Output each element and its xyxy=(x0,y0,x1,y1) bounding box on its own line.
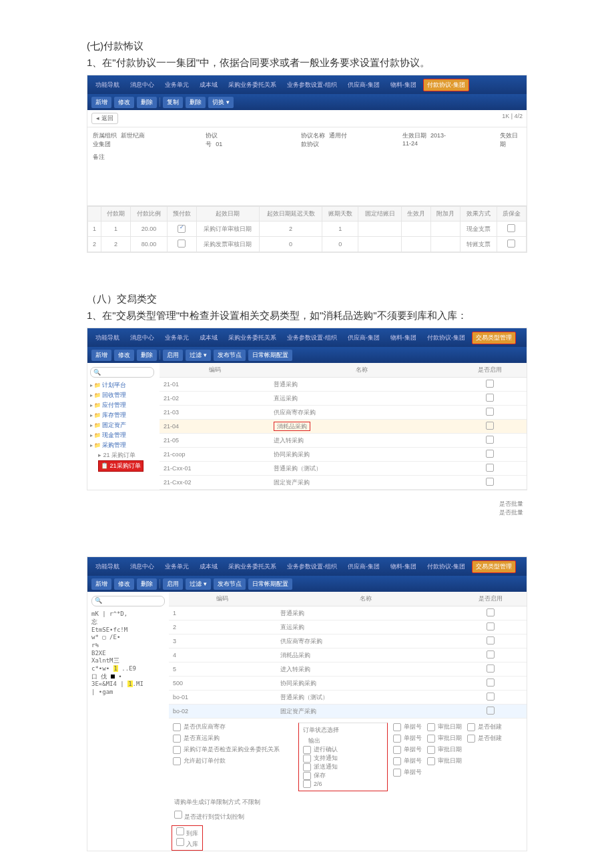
checkbox[interactable] xyxy=(303,746,311,754)
btn[interactable]: 启用 xyxy=(163,578,183,590)
menu-item-active[interactable]: 付款协议-集团 xyxy=(423,79,469,91)
tree-node[interactable]: 固定资产 xyxy=(90,420,157,430)
menu-item[interactable]: 消息中心 xyxy=(126,79,158,91)
checkbox-icon[interactable] xyxy=(486,478,494,486)
menu-item[interactable]: 采购业务委托关系 xyxy=(224,332,280,344)
menu-item-active[interactable]: 交易类型管理 xyxy=(472,560,516,573)
checkbox[interactable] xyxy=(393,735,401,743)
tree-node[interactable]: 计划平台 xyxy=(90,380,157,390)
checkbox-icon[interactable] xyxy=(486,450,494,458)
menu-item[interactable]: 成本域 xyxy=(196,332,222,344)
menu-item[interactable]: 物料-集团 xyxy=(386,79,420,91)
checkbox[interactable] xyxy=(467,735,475,743)
checkbox[interactable] xyxy=(303,780,311,788)
checkbox[interactable] xyxy=(173,746,181,754)
menu-item[interactable]: 物料-集团 xyxy=(386,560,420,573)
btn[interactable]: 修改 xyxy=(114,578,134,590)
tree-node[interactable]: 应付管理 xyxy=(90,400,157,410)
checkbox[interactable] xyxy=(303,772,311,780)
menu-item[interactable]: 业务单元 xyxy=(161,79,193,91)
menu-item[interactable]: 业务参数设置-组织 xyxy=(283,79,341,91)
menu-item[interactable]: 供应商-集团 xyxy=(344,79,384,91)
btn[interactable]: 删除 xyxy=(137,350,157,361)
checkbox[interactable] xyxy=(427,723,435,731)
checkbox[interactable] xyxy=(427,757,435,765)
tree-selected[interactable]: 📋 21采购订单 xyxy=(98,460,143,472)
btn[interactable]: 日常帐期配置 xyxy=(248,578,292,590)
menu-item[interactable]: 采购业务委托关系 xyxy=(224,79,280,91)
checkbox[interactable] xyxy=(393,757,401,765)
checkbox-icon[interactable] xyxy=(486,422,494,430)
btn[interactable]: 删除 xyxy=(137,578,157,590)
checkbox-icon[interactable] xyxy=(178,225,186,233)
btn[interactable]: 过滤 ▾ xyxy=(186,350,211,361)
menu-item[interactable]: 付款协议-集团 xyxy=(423,560,469,573)
btn[interactable]: 修改 xyxy=(114,350,134,361)
menu-item[interactable]: 供应商-集团 xyxy=(344,332,384,344)
tree-node[interactable]: 采购管理 xyxy=(90,440,157,450)
menu-item[interactable]: 消息中心 xyxy=(126,560,158,573)
menu-item[interactable]: 功能导航 xyxy=(91,560,123,573)
search-input[interactable]: 🔍 xyxy=(90,367,154,378)
btn[interactable]: 启用 xyxy=(163,350,183,361)
btn-switch[interactable]: 切换 ▾ xyxy=(208,97,234,108)
checkbox-icon[interactable] xyxy=(487,622,495,630)
checkbox[interactable] xyxy=(467,723,475,731)
checkbox-icon[interactable] xyxy=(486,464,494,472)
btn-edit[interactable]: 修改 xyxy=(114,97,134,108)
checkbox[interactable] xyxy=(303,763,311,771)
checkbox[interactable] xyxy=(427,746,435,754)
checkbox-icon[interactable] xyxy=(507,240,515,248)
menu-item[interactable]: 功能导航 xyxy=(91,332,123,344)
checkbox-icon[interactable] xyxy=(486,380,494,388)
checkbox[interactable] xyxy=(176,838,184,846)
checkbox[interactable] xyxy=(427,735,435,743)
checkbox-icon[interactable] xyxy=(178,240,186,248)
menu-item[interactable]: 采购业务委托关系 xyxy=(224,560,280,573)
checkbox[interactable] xyxy=(303,755,311,763)
checkbox-icon[interactable] xyxy=(487,636,495,644)
back-button[interactable]: ◂ 返回 xyxy=(91,113,118,124)
btn[interactable]: 日常帐期配置 xyxy=(248,350,292,361)
checkbox-icon[interactable] xyxy=(487,650,495,659)
menu-item[interactable]: 业务单元 xyxy=(161,560,193,573)
menu-item[interactable]: 供应商-集团 xyxy=(344,560,384,573)
btn-add[interactable]: 新增 xyxy=(91,97,111,108)
checkbox-icon[interactable] xyxy=(486,394,494,402)
checkbox[interactable] xyxy=(173,757,181,765)
checkbox[interactable] xyxy=(393,723,401,731)
menu-item[interactable]: 成本域 xyxy=(196,560,222,573)
checkbox[interactable] xyxy=(393,769,401,777)
checkbox[interactable] xyxy=(174,811,182,819)
checkbox-icon[interactable] xyxy=(487,679,495,687)
btn-copy[interactable]: 复制 xyxy=(163,97,183,108)
menu-item[interactable]: 付款协议-集团 xyxy=(423,332,469,344)
btn-del2[interactable]: 删除 xyxy=(186,97,206,108)
btn-del[interactable]: 删除 xyxy=(137,97,157,108)
checkbox[interactable] xyxy=(173,735,181,743)
checkbox-icon[interactable] xyxy=(486,408,494,416)
search-input[interactable]: 🔍 xyxy=(91,596,165,606)
menu-item[interactable]: 业务参数设置-组织 xyxy=(283,332,341,344)
checkbox-icon[interactable] xyxy=(487,608,495,616)
checkbox-icon[interactable] xyxy=(486,436,494,444)
menu-item[interactable]: 消息中心 xyxy=(126,332,158,344)
btn[interactable]: 过滤 ▾ xyxy=(186,578,211,590)
checkbox[interactable] xyxy=(173,723,181,731)
btn[interactable]: 新增 xyxy=(91,350,111,361)
menu-item[interactable]: 功能导航 xyxy=(91,79,123,91)
tree-node[interactable]: 现金管理 xyxy=(90,430,157,440)
menu-item-active[interactable]: 交易类型管理 xyxy=(472,332,516,344)
tree-node[interactable]: 库存管理 xyxy=(90,410,157,420)
tree-sub[interactable]: 21 采购订单 xyxy=(98,450,157,460)
checkbox-icon[interactable] xyxy=(487,665,495,673)
btn[interactable]: 新增 xyxy=(91,578,111,590)
checkbox-icon[interactable] xyxy=(507,224,515,232)
menu-item[interactable]: 业务参数设置-组织 xyxy=(283,560,341,573)
btn[interactable]: 发布节点 xyxy=(214,350,246,361)
checkbox[interactable] xyxy=(176,827,184,835)
btn[interactable]: 发布节点 xyxy=(214,578,246,590)
menu-item[interactable]: 物料-集团 xyxy=(386,332,420,344)
tree-node[interactable]: 回收管理 xyxy=(90,390,157,400)
menu-item[interactable]: 业务单元 xyxy=(161,332,193,344)
